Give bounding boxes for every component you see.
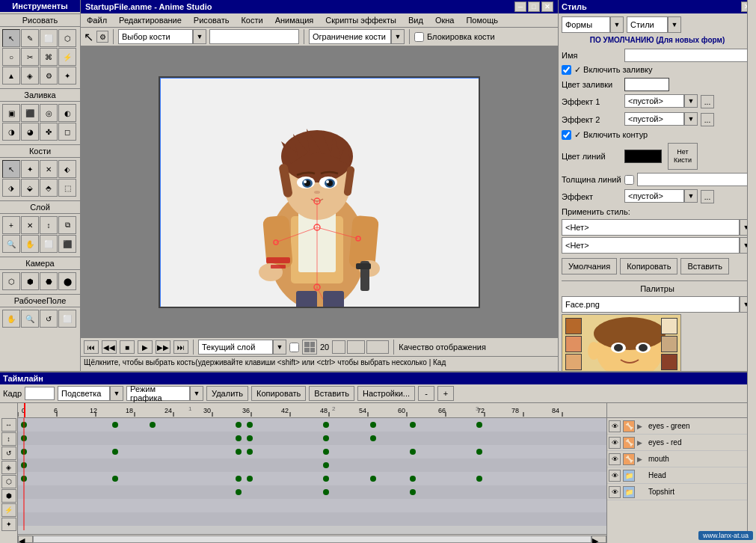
tool-bone-weight[interactable]: ⬘ — [40, 179, 58, 197]
tl-icon-4[interactable]: ◈ — [1, 461, 16, 474]
effect2-dropdown[interactable]: <пустой> ▼ — [624, 112, 698, 127]
tool-settings[interactable]: ⚙ — [40, 67, 58, 85]
play-btn[interactable]: ▶ — [138, 340, 153, 354]
effect-line-dots[interactable]: ... — [701, 190, 714, 203]
tool-star[interactable]: ✦ — [58, 67, 76, 85]
tl-icon-5[interactable]: ⬡ — [1, 475, 16, 488]
scroll-track[interactable] — [33, 536, 591, 543]
bone-select-arrow[interactable]: ▼ — [193, 29, 206, 44]
size-btn1[interactable] — [332, 340, 345, 354]
menu-bones[interactable]: Кости — [238, 15, 265, 25]
name-input[interactable] — [624, 49, 753, 62]
bone-select-main[interactable]: Выбор кости — [118, 29, 193, 44]
tl-plus-btn[interactable]: + — [437, 386, 454, 401]
tl-icon-2[interactable]: ↕ — [1, 432, 16, 446]
scroll-left[interactable]: ◀ — [18, 536, 33, 543]
palette-color-1[interactable] — [565, 318, 582, 334]
layer-row-topshirt[interactable]: 👁 📁 Topshirt — [607, 484, 756, 500]
layer-row-head[interactable]: 👁 📁 Head — [607, 467, 756, 484]
tool-cam2[interactable]: ⬢ — [21, 272, 39, 290]
palette-dropdown[interactable]: Face.png ▼ — [562, 296, 753, 311]
frame-back-end-btn[interactable]: ⏮ — [84, 340, 99, 354]
tool-bone-add[interactable]: ✦ — [21, 160, 39, 178]
stop-btn[interactable]: ■ — [120, 340, 135, 354]
layer-row-eyes-green[interactable]: 👁 🦴 ▶ eyes - green — [607, 418, 756, 435]
tool-hex[interactable]: ⬡ — [58, 29, 76, 47]
cursor-icon[interactable]: ↖ — [84, 30, 93, 44]
effect-line-main[interactable]: <пустой> — [624, 189, 684, 203]
apply2-dropdown[interactable]: <Нет> ▼ — [562, 237, 753, 252]
layer-dropdown-main[interactable]: Текущий слой — [198, 340, 273, 355]
stili-main[interactable]: Стили — [627, 16, 668, 33]
scroll-right[interactable]: ▶ — [591, 536, 606, 543]
tool-cam4[interactable]: ⬤ — [58, 272, 76, 290]
layer-expand-2[interactable]: ▶ — [637, 439, 646, 447]
tl-copy-btn[interactable]: Копировать — [251, 386, 306, 401]
tool-wp4[interactable]: ⬜ — [58, 310, 76, 328]
effect2-arrow[interactable]: ▼ — [684, 112, 698, 126]
menu-help[interactable]: Помощь — [463, 15, 501, 25]
menu-scripts[interactable]: Скрипты эффекты — [322, 15, 399, 25]
tool-fx[interactable]: ✤ — [40, 123, 58, 141]
tl-settings-btn[interactable]: Настройки... — [357, 386, 415, 401]
tool-icon[interactable]: ⚙ — [96, 31, 108, 43]
size-btn2[interactable] — [347, 340, 365, 354]
tool-transform[interactable]: ⌘ — [40, 48, 58, 66]
maximize-btn[interactable]: □ — [528, 1, 540, 12]
highlight-main[interactable]: Подсветка — [58, 386, 110, 401]
tool-circle[interactable]: ○ — [2, 48, 20, 66]
palette-color-6[interactable] — [661, 354, 677, 370]
layer-row-mouth[interactable]: 👁 🦴 ▶ mouth — [607, 451, 756, 467]
tool-bone-ik[interactable]: ⬗ — [2, 179, 20, 197]
menu-windows[interactable]: Окна — [432, 15, 458, 25]
playback-check1[interactable] — [289, 343, 299, 352]
palette-main[interactable]: Face.png — [562, 296, 740, 313]
layer-vis-topshirt[interactable]: 👁 — [609, 486, 621, 498]
stili-dropdown[interactable]: Стили ▼ — [627, 16, 681, 31]
tool-pattern[interactable]: ◕ — [21, 123, 39, 141]
layer-expand-3[interactable]: ▶ — [637, 455, 646, 463]
include-outline-checkbox[interactable] — [562, 130, 571, 140]
effect1-main[interactable]: <пустой> — [624, 94, 684, 108]
layer-dropdown[interactable]: Текущий слой ▼ — [198, 340, 286, 355]
size-btn3[interactable] — [366, 340, 389, 354]
bone-select-dropdown[interactable]: Выбор кости ▼ — [118, 29, 206, 44]
tl-minus-btn[interactable]: - — [418, 386, 434, 401]
effect-line-dropdown[interactable]: <пустой> ▼ — [624, 189, 698, 204]
layer-vis-eyes-red[interactable]: 👁 — [609, 437, 621, 449]
bone-name-input[interactable] — [209, 29, 299, 44]
tool-point[interactable]: ▲ — [2, 67, 20, 85]
frame-input[interactable]: 1 — [25, 387, 55, 400]
palette-color-2[interactable] — [565, 336, 582, 352]
tool-cut[interactable]: ✂ — [21, 48, 39, 66]
tl-icon-6[interactable]: ⬢ — [1, 489, 16, 503]
tool-morph[interactable]: ◻ — [58, 123, 76, 141]
constraint-arrow[interactable]: ▼ — [391, 29, 405, 44]
constraint-dropdown[interactable]: Ограничение кости ▼ — [309, 29, 405, 44]
effect1-dots[interactable]: ... — [701, 95, 714, 108]
tool-bone-bind[interactable]: ⬚ — [58, 179, 76, 197]
tl-delete-btn[interactable]: Удалить — [206, 386, 248, 401]
mode-arrow[interactable]: ▼ — [190, 386, 203, 401]
tool-layer-copy[interactable]: ⧉ — [58, 216, 76, 234]
forms-dropdown[interactable]: Формы ▼ — [562, 16, 624, 31]
layer-vis-head[interactable]: 👁 — [609, 470, 621, 482]
tool-layer-zoom[interactable]: 🔍 — [2, 235, 20, 253]
tool-rect[interactable]: ⬜ — [40, 29, 58, 47]
lock-checkbox[interactable] — [414, 32, 424, 42]
minimize-btn[interactable]: ─ — [514, 1, 526, 12]
effect2-dots[interactable]: ... — [701, 113, 714, 126]
forms-main[interactable]: Формы — [562, 16, 610, 33]
tool-layer-move[interactable]: ↕ — [40, 216, 58, 234]
tool-edit[interactable]: ◈ — [21, 67, 39, 85]
frame-fwd-btn[interactable]: ▶▶ — [156, 340, 170, 354]
tool-draw[interactable]: ✎ — [21, 29, 39, 47]
effect1-dropdown[interactable]: <пустой> ▼ — [624, 94, 698, 109]
palette-color-5[interactable] — [661, 336, 677, 352]
mode-main[interactable]: Режим графика — [126, 386, 190, 401]
apply2-main[interactable]: <Нет> — [562, 237, 740, 254]
frame-back-btn[interactable]: ◀◀ — [102, 340, 117, 354]
effect2-main[interactable]: <пустой> — [624, 112, 684, 126]
stili-arrow[interactable]: ▼ — [668, 16, 681, 33]
tool-cam1[interactable]: ⬡ — [2, 272, 20, 290]
